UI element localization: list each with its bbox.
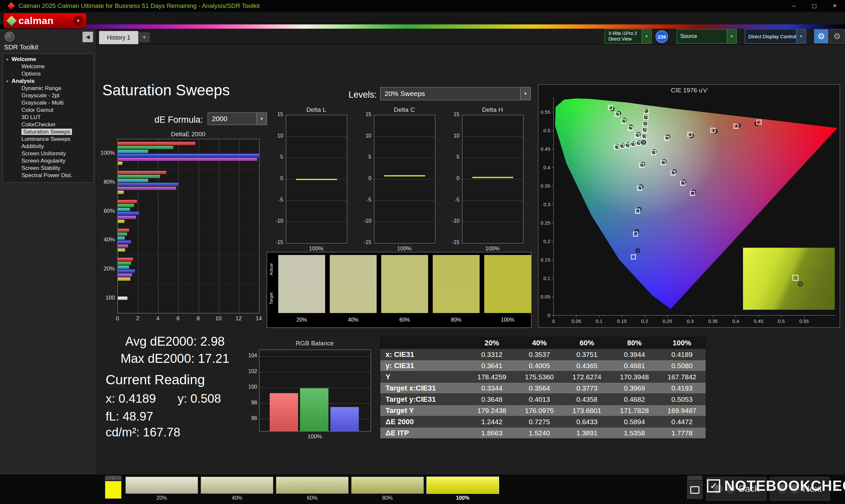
patch-button-80[interactable]: 80%: [351, 476, 424, 501]
delta-c-title: Delta C: [374, 106, 435, 113]
sidebar-item-options[interactable]: Options: [3, 70, 93, 77]
patch-label: 80%: [351, 495, 424, 501]
cie-x-tick: 0.35: [708, 318, 718, 324]
levels-dropdown[interactable]: 20% Sweeps ▼: [380, 87, 531, 100]
sidebar-item-luminance-sweeps[interactable]: Luminance Sweeps: [3, 136, 93, 143]
sidebar-collapse-button[interactable]: ◀: [83, 32, 93, 42]
max-de2000: Max dE2000: 17.21: [109, 352, 241, 366]
sidebar-item-grayscale-2pt[interactable]: Grayscale - 2pt: [3, 92, 93, 99]
table-cell: 0.5080: [658, 360, 706, 372]
patch-swatch: [276, 476, 349, 494]
table-cell: 170.3948: [611, 372, 658, 383]
y-category-label: 80%: [96, 179, 115, 185]
delta-l-xlabel: 100%: [286, 246, 347, 252]
measured-point: [617, 111, 620, 115]
calman-menu-button[interactable]: calman ▼: [3, 13, 87, 29]
current-patch-button[interactable]: [105, 481, 122, 499]
actual-swatch-20: [278, 255, 325, 284]
chevron-down-icon[interactable]: ▼: [727, 29, 736, 43]
gridline: [286, 137, 347, 137]
sidebar-item-grayscale-multi[interactable]: Grayscale - Multi: [3, 99, 93, 107]
sidebar-item-screen-angularity[interactable]: Screen Angularity: [3, 157, 93, 165]
sidebar-item-spectral-power-dist[interactable]: Spectral Power Dist.: [3, 172, 93, 179]
tree-group-analysis[interactable]: ▾Analysis: [3, 77, 93, 85]
window-icon: [690, 486, 700, 494]
cie-y-tick: 0.25: [541, 220, 550, 226]
display-control-dropdown[interactable]: Direct Display Control ▼: [745, 29, 806, 43]
sidebar-item-color-gamut[interactable]: Color Gamut: [3, 107, 93, 114]
cie-y-tick: 0.4: [543, 165, 550, 170]
close-button[interactable]: ✕: [825, 0, 845, 12]
panel-grip[interactable]: [687, 475, 702, 480]
settings-gear-button[interactable]: ⚙: [814, 29, 828, 43]
y-tick-label: 5: [442, 154, 459, 160]
meter-count-badge: 236: [655, 30, 668, 43]
sidebar-item-dynamic-range[interactable]: Dynamic Range: [3, 85, 93, 92]
deltae-bar: [118, 212, 139, 215]
y-tick-label: 96: [244, 415, 257, 421]
cie-x-tick: 0.05: [571, 318, 581, 324]
table-cell: 0.4358: [563, 394, 611, 405]
table-cell: 0.3944: [611, 349, 658, 360]
source-dropdown[interactable]: Source ▼: [677, 29, 737, 43]
add-tab-button[interactable]: +: [139, 32, 150, 42]
sidebar-item-saturation-sweeps[interactable]: Saturation Sweeps: [3, 128, 93, 136]
table-cell: 171.7828: [611, 405, 658, 416]
table-row: ΔE 20001.24420.72750.64330.58940.4472: [380, 416, 706, 428]
cie-x-tick: 0.3: [687, 318, 694, 324]
patch-button-60[interactable]: 60%: [276, 476, 349, 501]
deltae-bar: [118, 236, 125, 240]
chevron-down-icon[interactable]: ▼: [73, 16, 83, 26]
de-formula-dropdown[interactable]: 2000 ▼: [208, 112, 267, 125]
maximize-button[interactable]: ▢: [804, 0, 825, 12]
pattern-window-grip[interactable]: ▴: [105, 475, 122, 480]
patch-button-100[interactable]: 100%: [426, 476, 499, 501]
minimize-button[interactable]: –: [784, 0, 804, 12]
target-swatch-80: [433, 284, 480, 313]
chevron-down-icon[interactable]: ▼: [642, 29, 651, 43]
title-bar: Calman 2025 Calman Ultimate for Business…: [0, 0, 845, 12]
target-marker-icon: [793, 275, 798, 281]
delta-h-chart: Delta H 100% 151050-5-10-15: [440, 105, 529, 252]
deltae-bar: [118, 191, 124, 194]
group-separator: [118, 197, 259, 198]
chevron-down-icon[interactable]: ▼: [520, 87, 530, 100]
table-cell: Target Y: [380, 405, 468, 416]
target-row-label: Target: [268, 284, 274, 313]
next-button[interactable]: Next: [770, 477, 830, 501]
next-label: Next: [803, 484, 822, 494]
delta-l-chart: Delta L 100% 151050-5-10-15: [264, 105, 353, 252]
sidebar-item-additivity[interactable]: Additivity: [3, 143, 93, 150]
chevron-down-icon[interactable]: ▼: [796, 29, 806, 43]
sidebar-item-colorchecker[interactable]: ColorChecker: [3, 121, 93, 128]
back-button[interactable]: Back: [706, 477, 767, 501]
patch-button-20[interactable]: 20%: [125, 476, 198, 501]
workflow-gear-button[interactable]: ⚙: [830, 29, 844, 43]
sidebar-menu-button[interactable]: [5, 32, 15, 41]
y-tick-label: 98: [244, 400, 257, 406]
y-tick-label: -5: [353, 197, 371, 203]
advance-chevron-icon[interactable]: »: [832, 482, 839, 494]
pattern-window-button[interactable]: [687, 481, 702, 499]
meter-dropdown[interactable]: X-Rite i1Pro 2 Direct View ▼: [605, 29, 652, 43]
current-y: y: 0.508: [178, 392, 221, 406]
cie-y-tick: 0.35: [541, 183, 550, 189]
deltae-bar: [118, 200, 137, 203]
sidebar-item-screen-stability[interactable]: Screen Stability: [3, 165, 93, 172]
cie-y-tick: 0.55: [541, 109, 550, 115]
patch-button-40[interactable]: 40%: [201, 476, 273, 501]
table-cell: 0.3751: [563, 349, 611, 360]
gridline: [374, 137, 435, 137]
sidebar-item-3d-lut[interactable]: 3D LUT: [3, 114, 93, 121]
sidebar-item-screen-uniformity[interactable]: Screen Uniformity: [3, 150, 93, 157]
sidebar-item-welcome[interactable]: Welcome: [3, 63, 93, 70]
rgb-bar-blue: [330, 407, 359, 431]
table-cell: 0.5053: [658, 394, 706, 405]
sidebar: ◀ SDR Toolkit ▾WelcomeWelcomeOptions▾Ana…: [0, 29, 97, 474]
tab-history-1[interactable]: History 1: [99, 31, 138, 44]
cie-zoom-inset: [743, 248, 835, 310]
rgb-bar-red: [270, 393, 298, 431]
table-cell: 1.5358: [611, 428, 658, 439]
measured-point: [644, 121, 648, 125]
tree-group-welcome[interactable]: ▾Welcome: [3, 56, 93, 63]
